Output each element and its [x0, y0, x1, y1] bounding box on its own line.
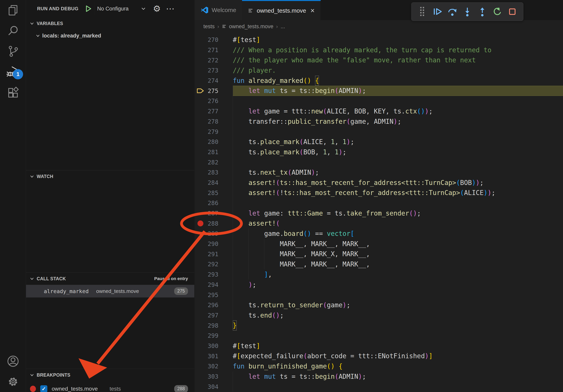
- extensions-icon[interactable]: [0, 82, 26, 103]
- code-area[interactable]: 270#[test]271/// When a position is alre…: [195, 33, 563, 392]
- code-line-text[interactable]: assert!(: [233, 218, 563, 229]
- code-line-285[interactable]: 285 assert!(!ts::has_most_recent_for_add…: [195, 188, 563, 198]
- code-line-284[interactable]: 284 assert!(ts::has_most_recent_for_addr…: [195, 178, 563, 188]
- locals-scope-row[interactable]: locals: already_marked: [26, 30, 194, 42]
- code-line-297[interactable]: 297 ts.end();: [195, 310, 563, 321]
- code-line-281[interactable]: 281 ts.place_mark(BOB, 1, 1);: [195, 147, 563, 157]
- code-line-text[interactable]: #[expected_failure(abort_code = ttt::ENo…: [233, 351, 563, 361]
- step-into-button[interactable]: [461, 5, 474, 19]
- breakpoint-gutter[interactable]: [195, 331, 206, 341]
- code-line-text[interactable]: [233, 127, 563, 137]
- code-line-276[interactable]: 276: [195, 96, 563, 106]
- breakpoints-header[interactable]: BREAKPOINTS: [26, 369, 194, 381]
- start-debug-icon[interactable]: [83, 2, 94, 15]
- code-line-273[interactable]: 273/// player.: [195, 65, 563, 76]
- breakpoint-gutter[interactable]: [195, 178, 206, 188]
- code-line-278[interactable]: 278 transfer::public_transfer(game, ADMI…: [195, 117, 563, 127]
- breakpoint-gutter[interactable]: [195, 381, 206, 392]
- breadcrumb-symbol[interactable]: ...: [281, 24, 285, 30]
- code-line-275[interactable]: 275 let mut ts = ts::begin(ADMIN);: [195, 86, 563, 96]
- breakpoint-gutter[interactable]: [195, 198, 206, 208]
- code-line-289[interactable]: 289 game.board() == vector[: [195, 229, 563, 239]
- code-line-text[interactable]: assert!(!ts::has_most_recent_for_address…: [233, 188, 563, 198]
- continue-button[interactable]: [431, 5, 444, 19]
- breakpoint-gutter[interactable]: [195, 35, 206, 45]
- code-line-286[interactable]: 286: [195, 198, 563, 208]
- breakpoint-gutter[interactable]: [195, 76, 206, 86]
- breakpoint-gutter[interactable]: [195, 106, 206, 117]
- breakpoint-gutter[interactable]: [195, 188, 206, 198]
- code-line-text[interactable]: ts.place_mark(BOB, 1, 1);: [233, 147, 563, 157]
- code-line-text[interactable]: ts.end();: [233, 310, 563, 321]
- code-line-text[interactable]: MARK__, MARK__, MARK__,: [233, 239, 563, 249]
- breakpoint-gutter[interactable]: [195, 269, 206, 280]
- breakpoint-gutter[interactable]: [195, 280, 206, 290]
- code-line-text[interactable]: }: [233, 320, 563, 331]
- code-line-text[interactable]: ],: [233, 269, 563, 280]
- code-line-300[interactable]: 300#[test]: [195, 341, 563, 351]
- code-line-text[interactable]: #[test]: [233, 341, 563, 351]
- breakpoint-gutter[interactable]: [195, 259, 206, 269]
- breakpoint-gutter[interactable]: [195, 137, 206, 147]
- code-line-text[interactable]: [233, 96, 563, 106]
- breakpoint-gutter[interactable]: [195, 249, 206, 259]
- breakpoint-gutter[interactable]: [195, 45, 206, 55]
- code-line-text[interactable]: fun already_marked() {: [233, 76, 563, 86]
- code-line-291[interactable]: 291 MARK__, MARK_X, MARK__,: [195, 249, 563, 259]
- code-line-274[interactable]: 274fun already_marked() {: [195, 76, 563, 86]
- call-stack-header[interactable]: CALL STACK Paused on entry: [26, 273, 194, 285]
- code-line-text[interactable]: /// the player who made the "false" move…: [233, 55, 563, 65]
- breakpoint-gutter[interactable]: [195, 167, 206, 178]
- code-line-303[interactable]: 303 let mut ts = ts::begin(ADMIN);: [195, 371, 563, 382]
- breakpoint-gutter[interactable]: [195, 147, 206, 157]
- search-icon[interactable]: [0, 21, 26, 41]
- breakpoint-dot-icon[interactable]: [195, 218, 206, 229]
- code-line-text[interactable]: [233, 157, 563, 167]
- step-out-button[interactable]: [476, 5, 489, 19]
- account-icon[interactable]: [0, 351, 26, 371]
- code-line-text[interactable]: game.board() == vector[: [233, 229, 563, 239]
- code-line-text[interactable]: let game = ttt::new(ALICE, BOB, KEY, ts.…: [233, 106, 563, 117]
- code-line-287[interactable]: 287 let game: ttt::Game = ts.take_from_s…: [195, 208, 563, 219]
- code-line-302[interactable]: 302fun burn_unfinished_game() {: [195, 361, 563, 371]
- code-line-295[interactable]: 295: [195, 290, 563, 300]
- step-over-button[interactable]: [446, 5, 459, 19]
- breakpoint-gutter[interactable]: [195, 371, 206, 382]
- breakpoint-gutter[interactable]: [195, 341, 206, 351]
- code-line-272[interactable]: 272/// the player who made the "false" m…: [195, 55, 563, 65]
- code-line-299[interactable]: 299: [195, 331, 563, 341]
- code-line-280[interactable]: 280 ts.place_mark(ALICE, 1, 1);: [195, 137, 563, 147]
- breakpoint-gutter[interactable]: [195, 65, 206, 76]
- code-line-text[interactable]: /// player.: [233, 65, 563, 76]
- code-line-text[interactable]: [233, 290, 563, 300]
- breakpoint-checkbox[interactable]: ✓: [40, 385, 47, 392]
- code-line-text[interactable]: let mut ts = ts::begin(ADMIN);: [233, 371, 563, 382]
- code-line-text[interactable]: [233, 381, 563, 392]
- breakpoint-gutter[interactable]: [195, 290, 206, 300]
- code-line-text[interactable]: ts.place_mark(ALICE, 1, 1);: [233, 137, 563, 147]
- settings-gear-icon[interactable]: [0, 371, 26, 392]
- code-line-text[interactable]: ts.next_tx(ADMIN);: [233, 167, 563, 178]
- breadcrumb-file[interactable]: owned_tests.move: [222, 24, 273, 30]
- code-line-283[interactable]: 283 ts.next_tx(ADMIN);: [195, 167, 563, 178]
- code-line-text[interactable]: let mut ts = ts::begin(ADMIN);: [233, 86, 563, 96]
- code-line-text[interactable]: fun burn_unfinished_game() {: [233, 361, 563, 371]
- code-line-text[interactable]: ts.return_to_sender(game);: [233, 300, 563, 310]
- current-line-arrow-icon[interactable]: [195, 86, 206, 96]
- restart-button[interactable]: [491, 5, 504, 19]
- breakpoint-gutter[interactable]: [195, 96, 206, 106]
- call-stack-frame-row[interactable]: already_marked owned_tests.move 275: [26, 285, 194, 298]
- code-line-301[interactable]: 301#[expected_failure(abort_code = ttt::…: [195, 351, 563, 361]
- breakpoint-gutter[interactable]: [195, 310, 206, 321]
- code-line-text[interactable]: MARK__, MARK_X, MARK__,: [233, 249, 563, 259]
- code-line-text[interactable]: [233, 198, 563, 208]
- code-line-text[interactable]: let game: ttt::Game = ts.take_from_sende…: [233, 208, 563, 219]
- more-actions-icon[interactable]: ⋯: [166, 4, 175, 13]
- tab-owned-tests-move[interactable]: owned_tests.move ×: [242, 0, 320, 20]
- breakpoint-gutter[interactable]: [195, 300, 206, 310]
- code-line-290[interactable]: 290 MARK__, MARK__, MARK__,: [195, 239, 563, 249]
- code-line-282[interactable]: 282: [195, 157, 563, 167]
- code-line-298[interactable]: 298}: [195, 320, 563, 331]
- code-line-293[interactable]: 293 ],: [195, 269, 563, 280]
- code-line-277[interactable]: 277 let game = ttt::new(ALICE, BOB, KEY,…: [195, 106, 563, 117]
